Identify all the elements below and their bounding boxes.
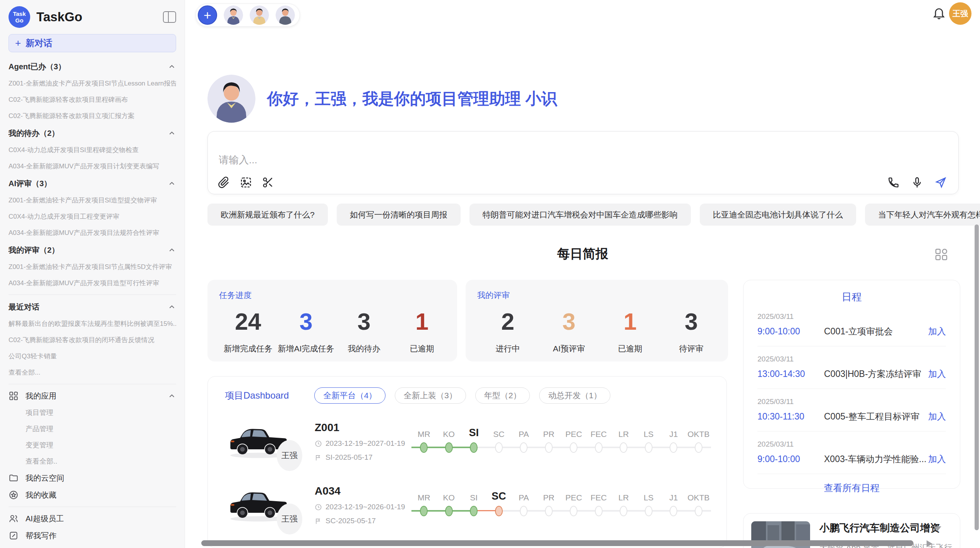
suggestion-chip[interactable]: 比亚迪全固态电池计划具体说了什么 xyxy=(700,204,856,226)
paperclip-icon[interactable] xyxy=(218,176,230,188)
suggestion-chip[interactable]: 如何写一份清晰的项目周报 xyxy=(337,204,461,226)
milestone-dot[interactable] xyxy=(595,442,603,453)
recent-chat-item[interactable]: C02-飞腾新能源轻客改款项目的闭环通告反馈情况 xyxy=(9,332,176,348)
dashboard-tab[interactable]: 全新上装（3） xyxy=(395,387,466,404)
milestone-column: FEC xyxy=(586,425,612,456)
schedule-date: 2025/03/11 xyxy=(757,397,946,406)
milestone-dot[interactable] xyxy=(445,442,453,453)
phone-icon[interactable] xyxy=(887,176,899,188)
milestone-dot[interactable] xyxy=(695,506,702,516)
suggestion-chips: 欧洲新规最近颁布了什么?如何写一份清晰的项目周报特朗普可能对进口汽车增税会对中国… xyxy=(207,204,959,226)
project-owner-badge: 王强 xyxy=(277,503,302,534)
scroll-right-arrow-icon[interactable] xyxy=(927,540,932,547)
sidebar-task-item[interactable]: C02-飞腾新能源轻客改款项目里程碑画布 xyxy=(9,92,176,108)
milestone-dot[interactable] xyxy=(470,442,478,453)
join-meeting-link[interactable]: 加入 xyxy=(928,453,946,465)
sidebar-collapse-icon[interactable] xyxy=(163,11,176,23)
recent-chat-item[interactable]: 公司Q3轻卡销量 xyxy=(9,348,176,365)
project-row[interactable]: 王强 A034 2023-12-19~2026-01-19 SC-2025-05… xyxy=(208,478,726,532)
dashboard-tab[interactable]: 年型（2） xyxy=(475,387,530,404)
chat-input[interactable] xyxy=(219,154,567,166)
sidebar-item-cloud-space[interactable]: 我的云空间 xyxy=(9,469,176,486)
milestone-dot[interactable] xyxy=(495,442,503,453)
milestone-dot[interactable] xyxy=(570,506,577,516)
milestone-dot[interactable] xyxy=(545,506,553,516)
user-avatar[interactable]: 王强 xyxy=(949,2,971,25)
sidebar-task-item[interactable]: Z001-全新燃油皮卡产品开发项目SI节点Lesson Learn报告 xyxy=(9,75,176,92)
sidebar-item-ai-staff[interactable]: AI超级员工 xyxy=(9,510,176,527)
send-icon[interactable] xyxy=(935,176,947,188)
milestone-dot-row xyxy=(661,439,686,456)
milestone-dot[interactable] xyxy=(570,442,577,453)
layout-grid-button[interactable] xyxy=(934,247,949,262)
sidebar-item-help-write[interactable]: 帮我写作 xyxy=(9,527,176,544)
image-icon[interactable] xyxy=(240,176,252,188)
milestone-dot[interactable] xyxy=(420,506,428,516)
sidebar-task-item[interactable]: C0X4-动力总成开发项目SI里程碑提交物检查 xyxy=(9,142,176,158)
sidebar-task-item[interactable]: Z001-全新燃油轻卡产品开发项目SI造型提交物评审 xyxy=(9,192,176,209)
sidebar-section-header[interactable]: AI评审（3） xyxy=(9,175,176,192)
add-assistant-button[interactable]: + xyxy=(198,5,217,25)
milestone-dot[interactable] xyxy=(670,506,677,516)
milestone-dot[interactable] xyxy=(520,442,528,453)
milestone-dot[interactable] xyxy=(445,506,453,516)
flag-icon xyxy=(315,517,322,525)
dashboard-tab[interactable]: 动总开发（1） xyxy=(539,387,610,404)
view-all-schedule-link[interactable]: 查看所有日程 xyxy=(757,482,946,494)
app-link-item[interactable]: 产品管理 xyxy=(9,421,176,437)
recent-chats-header[interactable]: 最近对话 xyxy=(9,298,176,316)
assistant-avatar-3[interactable] xyxy=(276,5,295,25)
assistant-avatar-2[interactable] xyxy=(250,5,269,25)
milestone-dot[interactable] xyxy=(520,506,528,516)
milestone-label: PA xyxy=(511,425,536,439)
suggestion-chip[interactable]: 特朗普可能对进口汽车增税会对中国车企造成哪些影响 xyxy=(469,204,691,226)
join-meeting-link[interactable]: 加入 xyxy=(928,411,946,423)
sidebar-item-creative-draw[interactable]: 创意制图 xyxy=(9,544,176,548)
sidebar-task-item[interactable]: A034-全新新能源MUV产品开发项目法规符合性评审 xyxy=(9,225,176,241)
milestone-dot[interactable] xyxy=(545,442,553,453)
join-meeting-link[interactable]: 加入 xyxy=(928,368,946,380)
new-chat-button[interactable]: + 新对话 xyxy=(9,34,176,52)
scissors-icon[interactable] xyxy=(262,176,274,188)
recent-chat-item[interactable]: 查看全部... xyxy=(9,365,176,381)
milestone-dot[interactable] xyxy=(670,442,677,453)
sidebar-task-item[interactable]: C0X4-动力总成开发项目工程变更评审 xyxy=(9,209,176,225)
sidebar-task-item[interactable]: C02-飞腾新能源轻客改款项目立项汇报方案 xyxy=(9,108,176,124)
composer-right-tools xyxy=(887,176,947,188)
app-link-item[interactable]: 变更管理 xyxy=(9,437,176,453)
project-row[interactable]: 王强 Z001 2023-12-19~2027-01-19 SI-2025-05… xyxy=(208,414,726,469)
milestone-dot[interactable] xyxy=(470,506,478,516)
project-milestone-date: SI-2025-05-17 xyxy=(315,453,409,462)
scroll-down-arrow-icon[interactable] xyxy=(934,526,941,531)
sidebar-item-my-apps[interactable]: 我的应用 xyxy=(9,387,176,404)
milestone-column: FEC xyxy=(586,488,612,519)
sidebar-item-favorites[interactable]: 我的收藏 xyxy=(9,486,176,503)
milestone-dot[interactable] xyxy=(695,442,702,453)
stat-value: 1 xyxy=(393,309,451,334)
app-link-item[interactable]: 项目管理 xyxy=(9,404,176,421)
milestone-dot[interactable] xyxy=(620,506,627,516)
app-link-item[interactable]: 查看全部.. xyxy=(9,453,176,469)
milestone-dot[interactable] xyxy=(495,506,503,516)
milestone-dot[interactable] xyxy=(645,442,653,453)
sidebar-task-item[interactable]: A034-全新新能源MUV产品开发项目造型可行性评审 xyxy=(9,275,176,291)
milestone-dot[interactable] xyxy=(645,506,653,516)
milestone-dot[interactable] xyxy=(620,442,627,453)
assistant-avatar-1[interactable] xyxy=(224,5,243,25)
sidebar-task-item[interactable]: A034-全新新能源MUV产品开发项目计划变更表编写 xyxy=(9,158,176,175)
notifications-button[interactable] xyxy=(932,6,946,20)
sidebar-section-header[interactable]: Agent已办（3） xyxy=(9,58,176,75)
suggestion-chip[interactable]: 当下年轻人对汽车外观有怎样的喜好趋势 xyxy=(865,204,980,226)
recent-chat-item[interactable]: 解释最新出台的欧盟报废车法规再生塑料比例被调至15%... xyxy=(9,316,176,332)
sidebar-section-header[interactable]: 我的评审（2） xyxy=(9,241,176,259)
microphone-icon[interactable] xyxy=(911,176,923,188)
sidebar-task-item[interactable]: Z001-全新燃油轻卡产品开发项目SI节点属性5D文件评审 xyxy=(9,259,176,275)
vertical-scrollbar-thumb[interactable] xyxy=(975,224,979,530)
sidebar-section-header[interactable]: 我的待办（2） xyxy=(9,124,176,142)
milestone-dot[interactable] xyxy=(595,506,603,516)
dashboard-tab[interactable]: 全新平台（4） xyxy=(314,387,385,404)
milestone-dot[interactable] xyxy=(420,442,428,453)
suggestion-chip[interactable]: 欧洲新规最近颁布了什么? xyxy=(207,204,328,226)
horizontal-scrollbar-thumb[interactable] xyxy=(201,540,913,546)
join-meeting-link[interactable]: 加入 xyxy=(928,325,946,337)
